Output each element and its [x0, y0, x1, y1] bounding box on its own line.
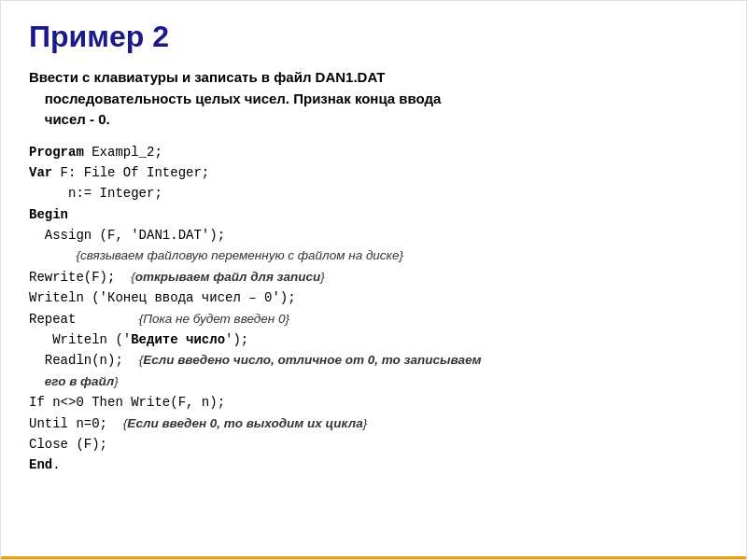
description-line2: последовательность целых чисел. Признак …	[29, 91, 441, 106]
description-line3: чисел - 0.	[29, 111, 110, 127]
bottom-accent-line	[1, 556, 746, 559]
page-title: Пример 2	[29, 20, 718, 54]
code-line-12: If n<>0 Then Write(F, n);	[29, 392, 718, 413]
page: Пример 2 Ввести с клавиатуры и записать …	[0, 0, 747, 560]
description-text: Ввести с клавиатуры и записать в файл DA…	[29, 67, 718, 131]
code-block: Program Exampl_2; Var F: File Of Integer…	[29, 142, 718, 476]
code-line-3: n:= Integer;	[29, 183, 718, 203]
code-line-4: Begin	[29, 204, 718, 225]
code-line-13: Until n=0; {Если введен 0, то выходим их…	[29, 413, 718, 434]
description-line1: Ввести с клавиатуры и записать в файл DA…	[29, 69, 385, 85]
code-line-1: Program Exampl_2;	[29, 142, 718, 162]
code-line-8: Writeln ('Конец ввода чисел – 0');	[29, 287, 718, 308]
code-line-11: Readln(n); {Если введено число, отличное…	[29, 350, 718, 371]
code-line-2: Var F: File Of Integer;	[29, 162, 718, 183]
code-line-15: End.	[29, 455, 718, 475]
code-line-14: Close (F);	[29, 434, 718, 455]
code-line-11b: его в файл}	[29, 371, 718, 392]
code-line-6: {связываем файловую переменную с файлом …	[29, 245, 718, 266]
code-line-9: Repeat {Пока не будет введен 0}	[29, 309, 718, 329]
code-line-7: Rewrite(F); {открываем файл для записи}	[29, 267, 718, 287]
code-line-10: Writeln ('Ведите число');	[29, 329, 718, 350]
code-line-5: Assign (F, 'DAN1.DAT');	[29, 225, 718, 245]
